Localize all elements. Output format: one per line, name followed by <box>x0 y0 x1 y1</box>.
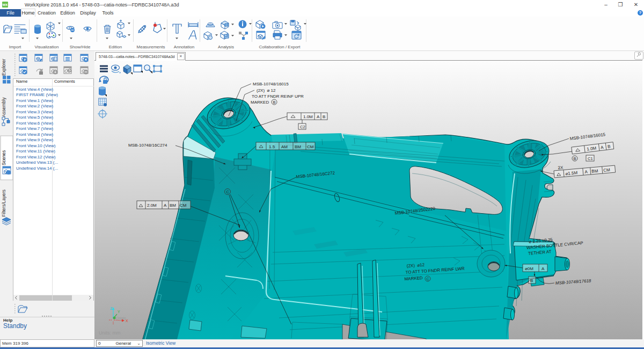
svg-text:B: B <box>273 100 276 105</box>
svg-text:2X: 2X <box>558 165 564 170</box>
svg-text:1.0M: 1.0M <box>303 114 313 119</box>
svg-text:B: B <box>530 278 533 283</box>
svg-text:2.0M: 2.0M <box>147 203 157 208</box>
svg-text:MSB-10748/16015: MSB-10748/16015 <box>569 132 606 141</box>
svg-text:C: C <box>226 190 230 194</box>
svg-text:A: A <box>541 266 545 271</box>
svg-text:Y: Y <box>118 310 120 314</box>
svg-text:B: B <box>608 144 611 149</box>
svg-text:BM: BM <box>295 144 301 149</box>
svg-text:AM: AM <box>281 144 288 149</box>
svg-text:B: B <box>323 114 325 119</box>
svg-text:C1: C1 <box>588 156 593 161</box>
svg-text:BM: BM <box>591 169 598 174</box>
svg-text:1.5: 1.5 <box>269 144 275 149</box>
svg-text:BM: BM <box>170 203 176 208</box>
svg-text:X: X <box>126 319 128 323</box>
svg-text:MSB-10748/16015: MSB-10748/16015 <box>253 82 289 86</box>
svg-text:⌀0M: ⌀0M <box>525 266 533 271</box>
svg-text:C: C <box>427 277 430 281</box>
svg-text:Z: Z <box>110 307 113 310</box>
svg-text:CM: CM <box>307 144 314 149</box>
svg-text:A: A <box>317 114 320 119</box>
svg-text:C2: C2 <box>300 125 305 129</box>
svg-text:CM: CM <box>180 203 187 208</box>
svg-text:(2X) ⌀ 12: (2X) ⌀ 12 <box>257 88 276 93</box>
svg-text:MARKED: MARKED <box>251 100 269 105</box>
svg-text:MSB-10748/16C274: MSB-10748/16C274 <box>128 143 167 148</box>
svg-text:CM: CM <box>603 168 611 173</box>
svg-text:B: B <box>574 156 576 161</box>
svg-text:TO ATT FNDR REINF UPR: TO ATT FNDR REINF UPR <box>252 94 304 99</box>
svg-text:A: A <box>164 203 167 208</box>
svg-text:MSB-10748/17618: MSB-10748/17618 <box>555 278 592 286</box>
svg-text:Origin: Origin <box>116 316 126 321</box>
